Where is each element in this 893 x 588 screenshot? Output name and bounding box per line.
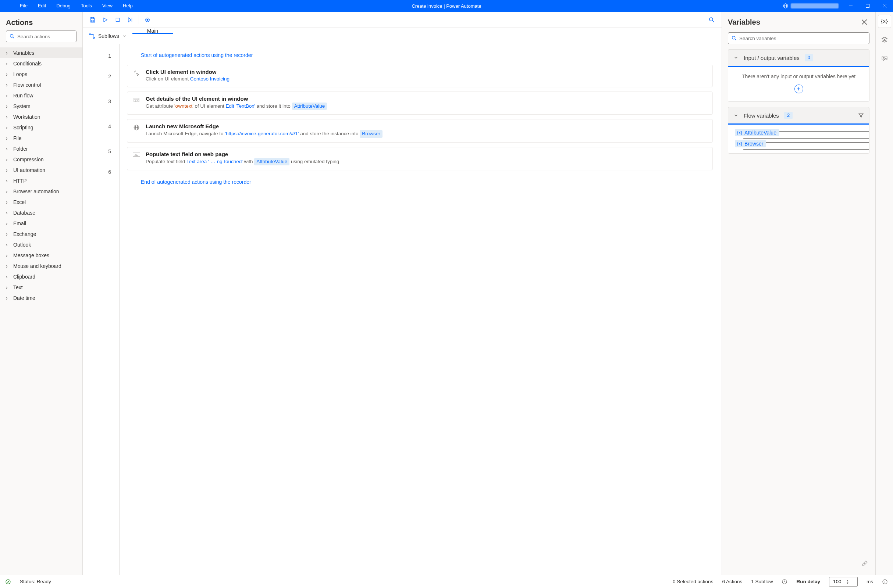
actions-category[interactable]: ›System bbox=[0, 101, 83, 111]
action-card[interactable]: Launch new Microsoft EdgeLaunch Microsof… bbox=[127, 119, 713, 142]
chevron-down-icon bbox=[734, 113, 738, 118]
status-bar: Status: Ready 0 Selected actions 6 Actio… bbox=[0, 575, 893, 588]
search-icon bbox=[9, 33, 15, 39]
actions-count: 6 Actions bbox=[722, 579, 742, 584]
actions-panel-title: Actions bbox=[0, 12, 83, 30]
svg-point-8 bbox=[710, 18, 713, 21]
flow-variables-header[interactable]: Flow variables 2 bbox=[728, 107, 869, 123]
actions-category[interactable]: ›Flow control bbox=[0, 80, 83, 90]
action-card[interactable]: Get details of the UI element in windowG… bbox=[127, 92, 713, 115]
actions-category[interactable]: ›Date time bbox=[0, 292, 83, 303]
svg-text:Abc: Abc bbox=[135, 154, 138, 156]
filter-icon[interactable] bbox=[858, 112, 864, 118]
recorder-marker: End of autogenerated actions using the r… bbox=[127, 175, 713, 192]
add-io-variable-button[interactable]: + bbox=[794, 84, 803, 93]
actions-search-input[interactable] bbox=[17, 34, 80, 39]
actions-category[interactable]: ›HTTP bbox=[0, 175, 83, 186]
actions-category[interactable]: ›UI automation bbox=[0, 165, 83, 175]
record-button[interactable] bbox=[141, 14, 154, 26]
flow-variables-count: 2 bbox=[784, 112, 792, 119]
chevron-down-icon bbox=[734, 55, 738, 60]
stop-button[interactable] bbox=[111, 14, 124, 26]
action-card[interactable]: AbcPopulate text field on web pagePopula… bbox=[127, 147, 713, 170]
step-button[interactable] bbox=[124, 14, 137, 26]
actions-category[interactable]: ›Database bbox=[0, 207, 83, 218]
actions-category[interactable]: ›Workstation bbox=[0, 111, 83, 122]
minimize-button[interactable] bbox=[842, 0, 859, 12]
menu-tools[interactable]: Tools bbox=[76, 0, 97, 12]
maximize-button[interactable] bbox=[859, 0, 876, 12]
save-button[interactable] bbox=[86, 14, 99, 26]
rail-variables-button[interactable]: {x} bbox=[878, 15, 891, 28]
chevron-right-icon: › bbox=[6, 135, 10, 141]
spin-up[interactable]: ▲ bbox=[846, 579, 849, 582]
action-description: Launch Microsoft Edge, navigate to 'http… bbox=[146, 130, 707, 138]
actions-category[interactable]: ›Clipboard bbox=[0, 271, 83, 282]
menu-view[interactable]: View bbox=[97, 0, 118, 12]
chevron-right-icon: › bbox=[6, 167, 10, 173]
variables-search[interactable] bbox=[728, 32, 869, 44]
chevron-right-icon: › bbox=[6, 252, 10, 258]
flow-variable[interactable]: {x}Browser bbox=[735, 140, 863, 147]
actions-category[interactable]: ›Compression bbox=[0, 154, 83, 165]
chevron-right-icon: › bbox=[6, 210, 10, 216]
actions-category[interactable]: ›Folder bbox=[0, 143, 83, 154]
flow-variable[interactable]: {x}AttributeValue bbox=[735, 129, 863, 136]
action-name: Click UI element in window bbox=[146, 69, 707, 75]
io-variables-header[interactable]: Input / output variables 0 bbox=[728, 50, 869, 66]
actions-category[interactable]: ›File bbox=[0, 133, 83, 143]
chevron-right-icon: › bbox=[6, 103, 10, 109]
action-name: Get details of the UI element in window bbox=[146, 96, 707, 102]
actions-category[interactable]: ›Browser automation bbox=[0, 186, 83, 196]
actions-category[interactable]: ›Loops bbox=[0, 69, 83, 80]
actions-category[interactable]: ›Exchange bbox=[0, 229, 83, 239]
rail-images-button[interactable] bbox=[878, 51, 891, 64]
spin-down[interactable]: ▼ bbox=[846, 582, 849, 584]
actions-category[interactable]: ›Text bbox=[0, 282, 83, 292]
account-indicator[interactable] bbox=[779, 3, 842, 9]
flow-variables-title: Flow variables bbox=[744, 112, 779, 119]
actions-category[interactable]: ›Run flow bbox=[0, 90, 83, 101]
chevron-right-icon: › bbox=[6, 295, 10, 301]
line-number: 5 bbox=[83, 139, 119, 164]
actions-category[interactable]: ›Scripting bbox=[0, 122, 83, 133]
menu-file[interactable]: File bbox=[15, 0, 33, 12]
chevron-right-icon: › bbox=[6, 93, 10, 99]
subflows-dropdown[interactable]: Subflows bbox=[83, 28, 132, 44]
tab-main[interactable]: Main bbox=[132, 28, 173, 34]
actions-category[interactable]: ›Message boxes bbox=[0, 250, 83, 261]
io-variables-title: Input / output variables bbox=[744, 55, 800, 61]
variables-panel-close[interactable] bbox=[859, 17, 869, 27]
rail-ui-elements-button[interactable] bbox=[878, 33, 891, 46]
close-button[interactable] bbox=[876, 0, 893, 12]
actions-category[interactable]: ›Conditionals bbox=[0, 58, 83, 69]
actions-category[interactable]: ›Mouse and keyboard bbox=[0, 261, 83, 271]
canvas[interactable]: 123456 Start of autogenerated actions us… bbox=[83, 44, 722, 575]
run-delay-unit: ms bbox=[866, 579, 873, 584]
variables-search-input[interactable] bbox=[739, 36, 866, 41]
io-variables-count: 0 bbox=[805, 54, 813, 62]
run-button[interactable] bbox=[99, 14, 111, 26]
svg-rect-5 bbox=[116, 18, 119, 21]
eraser-icon[interactable] bbox=[860, 559, 869, 570]
run-delay-value[interactable] bbox=[833, 579, 846, 584]
steps-list: Start of autogenerated actions using the… bbox=[120, 44, 722, 575]
action-card[interactable]: Click UI element in windowClick on UI el… bbox=[127, 64, 713, 87]
menu-help[interactable]: Help bbox=[118, 0, 138, 12]
info-icon[interactable] bbox=[882, 579, 888, 585]
actions-category[interactable]: ›Email bbox=[0, 218, 83, 229]
actions-category[interactable]: ›Outlook bbox=[0, 239, 83, 250]
flow-variables-section: Flow variables 2 {x}AttributeValue{x}Bro… bbox=[728, 107, 869, 154]
actions-search[interactable] bbox=[6, 30, 77, 42]
run-delay-label: Run delay bbox=[796, 579, 820, 584]
menu-debug[interactable]: Debug bbox=[51, 0, 75, 12]
line-number: 3 bbox=[83, 89, 119, 114]
actions-tree[interactable]: ›Variables›Conditionals›Loops›Flow contr… bbox=[0, 46, 83, 575]
menu-edit[interactable]: Edit bbox=[33, 0, 51, 12]
designer-search-button[interactable] bbox=[705, 14, 718, 26]
run-delay-input[interactable]: ▲▼ bbox=[829, 577, 858, 586]
line-number: 1 bbox=[83, 48, 119, 64]
actions-category[interactable]: ›Variables bbox=[0, 47, 83, 58]
abc-icon: Abc bbox=[132, 151, 140, 165]
actions-category[interactable]: ›Excel bbox=[0, 196, 83, 207]
